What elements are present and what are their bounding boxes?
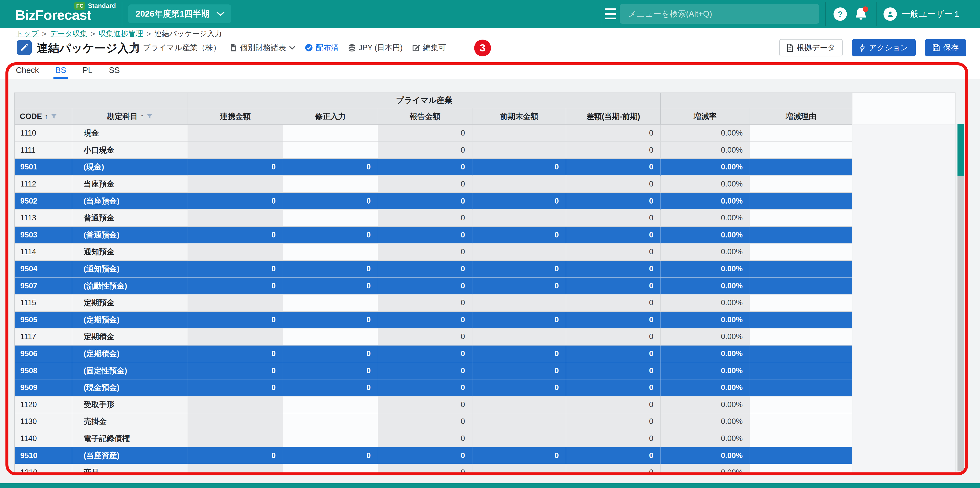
sort-asc-icon[interactable]: ↑ — [45, 112, 48, 121]
breadcrumb-link-data-collection[interactable]: データ収集 — [50, 29, 88, 39]
cell-1117-3[interactable] — [283, 329, 378, 345]
user-name: 一般ユーザー１ — [902, 8, 961, 20]
filter-icon[interactable] — [146, 113, 153, 120]
cell-1114-3[interactable] — [283, 244, 378, 261]
table-row-1110[interactable]: 1110現金000.00% — [15, 125, 853, 142]
cell-1120-8[interactable] — [750, 396, 852, 413]
table-row-1120[interactable]: 1120受取手形000.00% — [15, 396, 853, 413]
cell-9510-3[interactable]: 0 — [283, 447, 378, 464]
cell-9509-8[interactable] — [750, 380, 852, 396]
cell-9508-8[interactable] — [750, 362, 852, 380]
cell-9505-3[interactable]: 0 — [283, 312, 378, 329]
cell-1112-8[interactable] — [750, 176, 852, 193]
table-row-1117[interactable]: 1117定期積金000.00% — [15, 329, 853, 345]
table-row-1140[interactable]: 1140電子記録債権000.00% — [15, 430, 853, 447]
column-header-0[interactable]: CODE↑ — [15, 108, 72, 125]
bell-icon[interactable] — [854, 6, 869, 22]
cell-1110-8[interactable] — [750, 125, 852, 142]
tab-ss[interactable]: SS — [109, 62, 120, 79]
vertical-scrollbar[interactable] — [958, 124, 964, 472]
cell-9503-3[interactable]: 0 — [283, 227, 378, 244]
user-menu[interactable]: 一般ユーザー１ — [883, 8, 961, 21]
cell-1140-8[interactable] — [750, 430, 852, 447]
table-row-1115[interactable]: 1115定期預金000.00% — [15, 294, 853, 312]
table-column-header: CODE↑勘定科目↑連携金額修正入力報告金額前期末金額差額(当期-前期)増減率増… — [15, 108, 853, 125]
tab-check[interactable]: Check — [16, 62, 39, 79]
cell-9507-8[interactable] — [750, 278, 852, 294]
table-row-1112[interactable]: 1112当座預金000.00% — [15, 176, 853, 193]
save-icon — [932, 44, 940, 51]
cell-1113-8[interactable] — [750, 210, 852, 227]
cell-1117-8[interactable] — [750, 329, 852, 345]
cell-9501-8[interactable] — [750, 159, 852, 176]
table-row-9506[interactable]: 9506(定期積金)000000.00% — [15, 345, 853, 362]
cell-1140-3[interactable] — [283, 430, 378, 447]
cell-1114-8[interactable] — [750, 244, 852, 261]
coins-icon — [348, 44, 356, 52]
scrollbar-thumb[interactable] — [958, 124, 964, 176]
table-row-9509[interactable]: 9509(現金預金)000000.00% — [15, 380, 853, 396]
table-row-9505[interactable]: 9505(定期預金)000000.00% — [15, 312, 853, 329]
cell-1210-8[interactable] — [750, 464, 852, 473]
table-row-1210[interactable]: 1210商品000.00% — [15, 464, 853, 473]
tab-bs[interactable]: BS — [56, 62, 66, 79]
breadcrumb-link-top[interactable]: トップ — [16, 29, 38, 39]
cell-9503-2: 0 — [188, 227, 283, 244]
table-row-1114[interactable]: 1114通知預金000.00% — [15, 244, 853, 261]
table-row-9510[interactable]: 9510(当座資産)000000.00% — [15, 447, 853, 464]
table-row-1113[interactable]: 1113普通預金000.00% — [15, 210, 853, 227]
cell-9503-0: 9503 — [15, 227, 72, 244]
save-button[interactable]: 保存 — [925, 39, 966, 56]
cell-9501-3[interactable]: 0 — [283, 159, 378, 176]
cell-9509-3[interactable]: 0 — [283, 380, 378, 396]
cell-1130-8[interactable] — [750, 413, 852, 430]
cell-1115-3[interactable] — [283, 294, 378, 312]
breadcrumb-link-progress[interactable]: 収集進捗管理 — [99, 29, 143, 39]
cell-1110-3[interactable] — [283, 125, 378, 142]
table-row-9504[interactable]: 9504(通知預金)000000.00% — [15, 261, 853, 278]
cell-9503-8[interactable] — [750, 227, 852, 244]
cell-9507-1: (流動性預金) — [72, 278, 188, 294]
table-row-9502[interactable]: 9502(当座預金)000000.00% — [15, 193, 853, 210]
cell-9508-3[interactable]: 0 — [283, 362, 378, 380]
cell-9506-3[interactable]: 0 — [283, 345, 378, 362]
cell-9504-3[interactable]: 0 — [283, 261, 378, 278]
menu-icon[interactable] — [605, 8, 616, 19]
sort-asc-icon[interactable]: ↑ — [140, 112, 144, 121]
cell-1140-6: 0 — [566, 430, 661, 447]
cell-9502-8[interactable] — [750, 193, 852, 210]
action-button[interactable]: アクション — [852, 39, 916, 56]
cell-1130-3[interactable] — [283, 413, 378, 430]
cell-1115-8[interactable] — [750, 294, 852, 312]
menu-search-input[interactable]: メニューを検索(Alt+Q) — [620, 4, 819, 24]
cell-9505-8[interactable] — [750, 312, 852, 329]
cell-1120-3[interactable] — [283, 396, 378, 413]
cell-1112-2 — [188, 176, 283, 193]
period-selector[interactable]: 2026年度第1四半期 — [128, 5, 231, 23]
tab-pl[interactable]: PL — [83, 62, 92, 79]
cell-9510-8[interactable] — [750, 447, 852, 464]
table-row-9508[interactable]: 9508(固定性預金)000000.00% — [15, 362, 853, 380]
table-row-9503[interactable]: 9503(普通預金)000000.00% — [15, 227, 853, 244]
cell-9504-8[interactable] — [750, 261, 852, 278]
cell-1113-3[interactable] — [283, 210, 378, 227]
table-row-9501[interactable]: 9501(現金)000000.00% — [15, 159, 853, 176]
cell-9506-8[interactable] — [750, 345, 852, 362]
cell-1112-3[interactable] — [283, 176, 378, 193]
column-header-1[interactable]: 勘定科目↑ — [72, 108, 188, 125]
table-row-1130[interactable]: 1130売掛金000.00% — [15, 413, 853, 430]
cell-9502-3[interactable]: 0 — [283, 193, 378, 210]
cell-1111-3[interactable] — [283, 142, 378, 159]
cell-1210-3[interactable] — [283, 464, 378, 473]
app-logo[interactable]: BizForecast — [15, 7, 91, 23]
evidence-data-button[interactable]: 根拠データ — [779, 39, 843, 56]
cell-9510-4: 0 — [378, 447, 473, 464]
table-row-1111[interactable]: 1111小口現金000.00% — [15, 142, 853, 159]
filter-icon[interactable] — [51, 113, 57, 120]
cell-9507-3[interactable]: 0 — [283, 278, 378, 294]
help-icon[interactable]: ? — [834, 8, 847, 21]
scrollbar-track-rest — [958, 176, 964, 471]
cell-1111-8[interactable] — [750, 142, 852, 159]
table-row-9507[interactable]: 9507(流動性預金)000000.00% — [15, 278, 853, 294]
statement-selector[interactable]: 個別財務諸表 — [230, 43, 296, 53]
